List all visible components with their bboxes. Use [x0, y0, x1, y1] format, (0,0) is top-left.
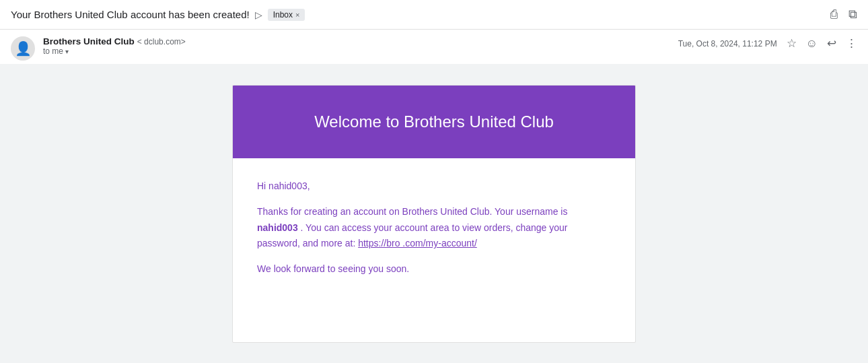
email-body-paragraph: Thanks for creating an account on Brothe… — [257, 204, 611, 252]
email-card: Welcome to Brothers United Club Hi nahid… — [232, 85, 636, 343]
sender-email: < dclub.com> — [137, 37, 186, 46]
sender-row-right: Tue, Oct 8, 2024, 11:12 PM ☆ ☺ ↩ ⋮ — [678, 36, 857, 51]
email-username: nahid003 — [257, 222, 298, 233]
print-icon[interactable]: ⎙ — [830, 7, 838, 22]
forward-icon: ▷ — [255, 9, 262, 20]
email-closing: We look forward to seeing you soon. — [257, 261, 611, 277]
close-inbox-tag-icon[interactable]: × — [295, 11, 299, 19]
email-timestamp: Tue, Oct 8, 2024, 11:12 PM — [678, 39, 777, 48]
inbox-label: Inbox — [273, 10, 293, 20]
to-line: to me ▾ — [43, 46, 678, 56]
top-bar: Your Brothers United Club account has be… — [0, 0, 868, 30]
popout-icon[interactable]: ⧉ — [848, 7, 857, 22]
reply-icon[interactable]: ↩ — [827, 36, 836, 51]
avatar-icon: 👤 — [15, 40, 32, 57]
email-welcome-heading: Welcome to Brothers United Club — [246, 112, 622, 131]
email-content: Hi nahid003, Thanks for creating an acco… — [233, 158, 635, 311]
to-label: to me — [43, 46, 63, 56]
star-icon[interactable]: ☆ — [787, 36, 797, 51]
sender-name-line: Brothers United Club < dclub.com> — [43, 36, 678, 46]
top-bar-actions: ⎙ ⧉ — [830, 7, 857, 22]
sender-name: Brothers United Club — [43, 36, 135, 46]
email-header-banner: Welcome to Brothers United Club — [233, 86, 635, 158]
email-greeting: Hi nahid003, — [257, 178, 611, 195]
email-subject: Your Brothers United Club account has be… — [11, 9, 250, 20]
avatar: 👤 — [11, 36, 35, 61]
inbox-badge[interactable]: Inbox × — [268, 9, 305, 21]
emoji-icon[interactable]: ☺ — [806, 37, 818, 51]
account-link[interactable]: https://bro .com/my-account/ — [358, 238, 477, 249]
body-line1: Thanks for creating an account on Brothe… — [257, 206, 567, 217]
chevron-down-icon[interactable]: ▾ — [65, 48, 69, 55]
sender-info: Brothers United Club < dclub.com> to me … — [43, 36, 678, 56]
top-bar-left: Your Brothers United Club account has be… — [11, 9, 305, 21]
sender-row: 👤 Brothers United Club < dclub.com> to m… — [0, 30, 868, 65]
more-options-icon[interactable]: ⋮ — [846, 36, 857, 51]
email-body-area: Welcome to Brothers United Club Hi nahid… — [0, 65, 868, 363]
